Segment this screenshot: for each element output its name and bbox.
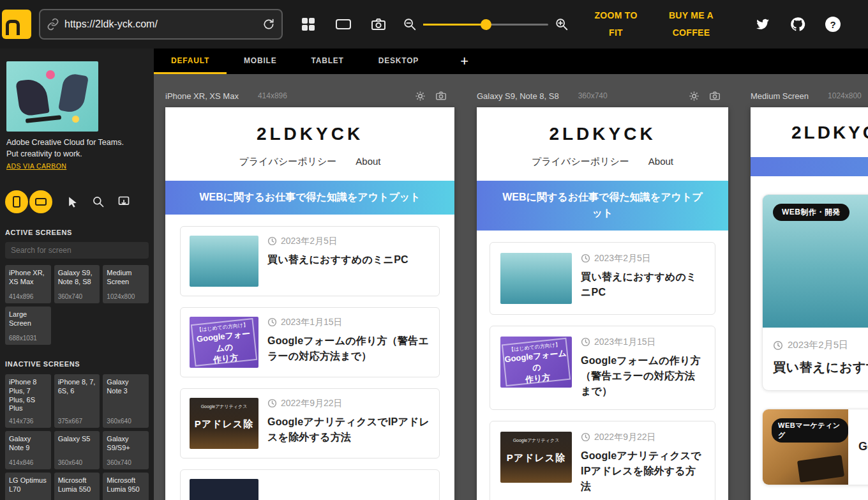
device-screenshot-icon[interactable] [709, 91, 721, 101]
category-badge[interactable]: WEBマーケティング [772, 418, 848, 443]
screen-name: LG Optimus L70 [9, 476, 47, 494]
post-title[interactable]: GoogleアナリティクスでIPアドレスを除外する方法 [581, 448, 705, 494]
screen-name: iPhone XR, XS Max [9, 269, 47, 287]
device-mode-toggle-icon[interactable] [5, 190, 28, 213]
post-card[interactable]: Googleアナリティクス Pアドレス除 2022年9月22日 Googleアナ… [490, 421, 715, 500]
zoom-slider-thumb[interactable] [481, 19, 491, 30]
screen-tile[interactable]: Large Screen 688x1031 [5, 307, 51, 345]
preview-galaxy-s9: Galaxy S9, Note 8, S8 360x740 2LDKYCK [477, 89, 728, 500]
screen-tile[interactable]: iPhone 8, 7, 6S, 6 375x667 [54, 374, 100, 428]
github-icon[interactable] [789, 16, 806, 33]
preview-device-size: 360x740 [578, 91, 608, 100]
post-thumbnail [190, 479, 258, 500]
ad-image-shape [72, 116, 79, 123]
device-frame-icon[interactable] [335, 17, 352, 31]
add-layout-button[interactable]: + [460, 49, 468, 74]
screen-tile[interactable]: Galaxy Note 9 414x846 [5, 431, 51, 469]
device-viewport[interactable]: 2LDKYCK WEB制作・開発 2023年2月5日 買い替えにおすすめのミニP… [751, 107, 868, 500]
site-banner: WEBに関するお仕事で得た知識をアウトプット [165, 181, 454, 215]
post-date: 2023年1月15日 [267, 317, 430, 328]
device-viewport[interactable]: 2LDKYCK プライバシーポリシー About WEBに関するお仕事で得た知識… [477, 107, 728, 500]
nav-about-link[interactable]: About [355, 156, 380, 168]
screen-name: Microsoft Lumia 550 [58, 476, 96, 494]
post-card[interactable]: 【はじめての方向け】 Googleフォームの 作り方 2023年1月15日 Go… [490, 326, 715, 410]
url-input[interactable] [64, 19, 262, 30]
zoom-controls [403, 17, 569, 31]
active-screens-heading: ACTIVE SCREENS [5, 229, 149, 236]
screen-name: Microsoft Lumia 950 [107, 476, 145, 494]
post-title[interactable]: Googleフォームの作り方（警告エラーの対応方法まで） [267, 333, 430, 364]
nav-privacy-link[interactable]: プライバシーポリシー [532, 156, 629, 168]
post-card[interactable]: 2023年2月5日 買い替えにおすすめのミニPC [180, 226, 440, 296]
screenshot-camera-icon[interactable] [371, 17, 386, 31]
site-logo[interactable]: 2LDKYCK [165, 107, 454, 144]
thumb-text: Pアドレス除 [190, 418, 258, 430]
zoom-slider-fill [423, 24, 483, 26]
post-title[interactable]: GoogleアナリティクスでIPアドレスを除外する方法 [858, 439, 868, 454]
zoom-to-fit-button[interactable]: ZOOM TO FIT [588, 7, 644, 41]
screen-tile[interactable]: Microsoft Lumia 950 [103, 473, 149, 500]
rotate-device-icon[interactable] [29, 190, 52, 213]
buy-me-a-coffee-link[interactable]: BUY ME A COFFEE [663, 7, 719, 41]
devtools-icon[interactable] [117, 195, 130, 208]
tab-desktop[interactable]: DESKTOP [361, 49, 436, 74]
screen-name: Medium Screen [107, 269, 145, 287]
post-card-partial[interactable] [180, 469, 440, 500]
screen-tile[interactable]: Microsoft Lumia 550 [54, 473, 100, 500]
grid-layout-icon[interactable] [301, 17, 316, 32]
screen-size: 375x667 [58, 418, 96, 425]
post-title[interactable]: 買い替えにおすすめのミニPC [773, 359, 868, 376]
post-card[interactable]: 2023年2月5日 買い替えにおすすめのミニPC [490, 242, 715, 315]
post-card[interactable]: Googleアナリティクス Pアドレス除 2022年9月22日 Googleアナ… [180, 388, 440, 458]
screen-size: 688x1031 [9, 335, 47, 342]
tab-default[interactable]: DEFAULT [154, 49, 227, 74]
site-logo[interactable]: 2LDKYCK [751, 107, 868, 143]
category-badge[interactable]: WEB制作・開発 [773, 204, 849, 221]
screen-tile[interactable]: Galaxy S9/S9+ 360x740 [103, 431, 149, 469]
featured-post-card[interactable]: WEB制作・開発 2023年2月5日 買い替えにおすすめのミニPC [762, 194, 868, 391]
search-icon[interactable] [92, 195, 105, 208]
screen-tile[interactable]: iPhone XR, XS Max 414x896 [5, 265, 51, 303]
screen-tile[interactable]: iPhone 8 Plus, 7 Plus, 6S Plus 414x736 [5, 374, 51, 428]
post-title[interactable]: 買い替えにおすすめのミニPC [581, 269, 705, 300]
nav-about-link[interactable]: About [648, 156, 673, 168]
device-settings-gear-icon[interactable] [689, 91, 700, 102]
zoom-out-icon[interactable] [403, 17, 417, 31]
clock-icon [581, 432, 590, 442]
tab-mobile[interactable]: MOBILE [227, 49, 294, 74]
screen-tile[interactable]: LG Optimus L70 [5, 473, 51, 500]
post-list: 2023年2月5日 買い替えにおすすめのミニPC 【はじめての方向け】 Goog… [477, 231, 728, 500]
post-date: 2023年2月5日 [581, 253, 705, 264]
screen-search-input[interactable] [5, 242, 149, 259]
nav-privacy-link[interactable]: プライバシーポリシー [239, 156, 336, 168]
ads-via-carbon-link[interactable]: ADS VIA CARBON [6, 162, 66, 170]
inactive-screens-grid: iPhone 8 Plus, 7 Plus, 6S Plus 414x736 i… [5, 374, 149, 500]
app-logo[interactable] [2, 10, 31, 39]
screen-tile[interactable]: Galaxy Note 3 360x640 [103, 374, 149, 428]
screen-tile[interactable]: Galaxy S5 360x640 [54, 431, 100, 469]
device-settings-gear-icon[interactable] [415, 91, 426, 102]
screen-size: 1024x800 [107, 293, 145, 300]
thumb-text: Googleアナリティクス [500, 437, 572, 444]
post-date: 2022年9月22日 [267, 398, 430, 409]
carbon-ad[interactable]: Adobe Creative Cloud for Teams. Put crea… [0, 61, 154, 171]
tab-tablet[interactable]: TABLET [294, 49, 361, 74]
twitter-icon[interactable] [755, 17, 770, 32]
zoom-in-icon[interactable] [555, 17, 569, 31]
zoom-slider[interactable] [423, 24, 548, 26]
inspect-cursor-icon[interactable] [66, 195, 79, 208]
post-title[interactable]: 買い替えにおすすめのミニPC [267, 252, 430, 268]
help-icon[interactable]: ? [825, 17, 841, 32]
post-title[interactable]: GoogleアナリティクスでIPアドレスを除外する方法 [267, 414, 430, 445]
screen-tile[interactable]: Medium Screen 1024x800 [103, 265, 149, 303]
site-logo[interactable]: 2LDKYCK [477, 107, 728, 144]
post-title[interactable]: Googleフォームの作り方（警告エラーの対応方法まで） [581, 353, 705, 399]
post-card[interactable]: WEBマーケティング GoogleアナリティクスでIPアドレスを除外する方法 [762, 409, 868, 485]
post-thumbnail-sea [190, 236, 258, 287]
address-bar[interactable] [39, 9, 283, 40]
screen-tile[interactable]: Galaxy S9, Note 8, S8 360x740 [54, 265, 100, 303]
device-screenshot-icon[interactable] [435, 91, 447, 101]
post-card[interactable]: 【はじめての方向け】 Googleフォームの 作り方 2023年1月15日 Go… [180, 307, 440, 377]
reload-icon[interactable] [262, 18, 275, 31]
device-viewport[interactable]: 2LDKYCK プライバシーポリシー About WEBに関するお仕事で得た知識… [165, 107, 454, 500]
